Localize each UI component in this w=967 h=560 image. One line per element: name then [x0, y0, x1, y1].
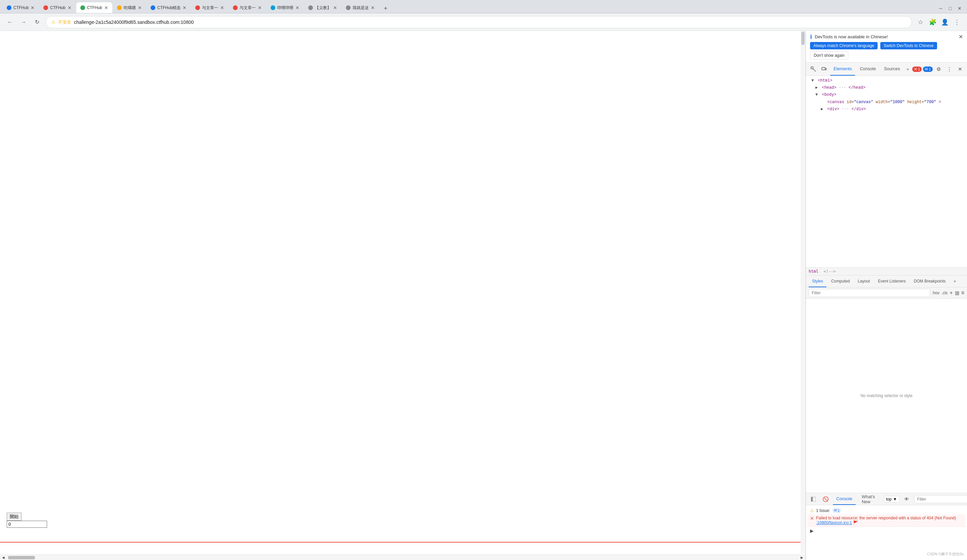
tab-close-10[interactable]: ✕ [371, 5, 375, 10]
elements-tab[interactable]: Elements [830, 63, 855, 76]
back-button[interactable]: ← [5, 18, 15, 27]
tab-close-6[interactable]: ✕ [220, 5, 224, 10]
switch-chinese-button[interactable]: Switch DevTools to Chinese [880, 42, 937, 49]
console-toolbar: 🚫 Console What's New top ▼ 👁 Default lev… [806, 493, 967, 505]
menu-icon[interactable]: ⋮ [952, 18, 962, 27]
tab-10[interactable]: 我就是这 ✕ [342, 2, 379, 13]
breadcrumb-comment[interactable]: <!--> [823, 269, 836, 274]
tree-html[interactable]: ▼ <html> [806, 77, 967, 84]
elements-panel: ▼ <html> ▶ <head> ··· </head> ▼ <body> [806, 76, 967, 493]
eye-icon[interactable]: 👁 [902, 494, 911, 504]
elements-tree[interactable]: ▼ <html> ▶ <head> ··· </head> ▼ <body> [806, 76, 967, 267]
event-listeners-tab[interactable]: Event Listeners [875, 275, 909, 287]
expand-div-arrow[interactable]: ▶ [821, 106, 825, 112]
tab-1[interactable]: CTFHub ✕ [3, 2, 39, 13]
more-options-icon[interactable]: ⋮ [945, 64, 954, 74]
breadcrumb-html[interactable]: html [809, 269, 818, 274]
tab-close-3[interactable]: ✕ [104, 5, 108, 10]
tab-6[interactable]: 与文章一 ✕ [191, 2, 228, 13]
expand-head-arrow[interactable]: ▶ [815, 85, 819, 91]
reload-button[interactable]: ↻ [32, 18, 42, 27]
favicon-8 [271, 5, 275, 10]
tab-9[interactable]: 【义教】 ✕ [304, 2, 341, 13]
issue-badge: ✉ 1 [832, 508, 841, 513]
tab-5[interactable]: CTFHub精选 ✕ [147, 2, 191, 13]
tab-2[interactable]: CTFHub ✕ [39, 2, 75, 13]
sources-tab[interactable]: Sources [881, 63, 903, 76]
tab-close-4[interactable]: ✕ [138, 5, 142, 10]
tab-close-5[interactable]: ✕ [183, 5, 186, 10]
more-tabs-button[interactable]: » [905, 66, 911, 73]
error-badge: ✕ 1 [912, 66, 922, 72]
kaishi-input[interactable] [7, 521, 47, 528]
layout-view-icon[interactable]: ⊞ [955, 290, 959, 296]
tree-head[interactable]: ▶ <head> ··· </head> [806, 84, 967, 91]
cls-label[interactable]: .cls [941, 291, 947, 295]
svg-rect-2 [822, 68, 825, 70]
styles-tab[interactable]: Styles [809, 275, 827, 287]
favicon-3 [80, 5, 85, 10]
styles-filter-input[interactable] [809, 289, 930, 297]
tab-7[interactable]: 与文章一 ✕ [229, 2, 266, 13]
console-filter-input[interactable] [914, 495, 967, 503]
tree-div[interactable]: ▶ <div> ··· </div> [806, 106, 967, 113]
svg-rect-3 [825, 68, 827, 70]
message-badge: ✉ 1 [923, 66, 932, 72]
tree-canvas[interactable]: <canvas id="canvas" width="1000" height=… [806, 99, 967, 106]
toolbar-icons: ☆ 🧩 👤 ⋮ [916, 18, 962, 27]
security-warning-icon: ⚠ [51, 20, 56, 25]
expand-html-arrow[interactable]: ▼ [811, 77, 815, 84]
extension-icon[interactable]: 🧩 [928, 18, 937, 27]
url-bar[interactable]: ⚠ 不安全 challenge-2a1c5a24000f9d65.sandbox… [46, 16, 912, 28]
add-style-icon[interactable]: + [949, 290, 952, 296]
dont-show-button[interactable]: Don't show again [810, 51, 848, 59]
console-tab[interactable]: Console [856, 63, 879, 76]
scroll-thumb-h[interactable] [8, 556, 35, 559]
profile-icon[interactable]: 👤 [940, 18, 949, 27]
console-clear-icon[interactable]: 🚫 [821, 494, 830, 504]
forward-button[interactable]: → [19, 18, 28, 27]
console-expand-button[interactable]: ▶ [807, 527, 965, 535]
tab-close-7[interactable]: ✕ [258, 5, 262, 10]
scroll-left-arrow[interactable]: ◀ [0, 555, 7, 560]
scroll-right-arrow[interactable]: ▶ [799, 555, 805, 560]
red-divider-line [0, 542, 805, 542]
bookmark-icon[interactable]: ☆ [916, 18, 925, 27]
close-devtools-button[interactable]: ✕ [955, 64, 965, 74]
console-sidebar-icon[interactable] [809, 494, 818, 504]
tab-8[interactable]: 哔哩哔哩 ✕ [267, 2, 304, 13]
favicon-4 [117, 5, 122, 10]
top-selector[interactable]: top ▼ [884, 496, 899, 502]
notification-close-button[interactable]: ✕ [959, 34, 963, 40]
tab-4[interactable]: 吃哦嗯 ✕ [113, 2, 146, 13]
close-window-button[interactable]: ✕ [955, 4, 964, 13]
vertical-scrollbar[interactable] [800, 31, 805, 553]
tab-close-2[interactable]: ✕ [68, 5, 72, 10]
computed-view-icon[interactable]: ≡ [961, 290, 964, 296]
console-tab-btn[interactable]: Console [833, 493, 856, 505]
expand-body-arrow[interactable]: ▼ [815, 92, 819, 98]
whats-new-tab-btn[interactable]: What's New [858, 493, 878, 505]
dom-breakpoints-tab[interactable]: DOM Breakpoints [911, 275, 949, 287]
maximize-button[interactable]: □ [946, 4, 955, 13]
element-picker-icon[interactable] [809, 64, 818, 74]
tree-body[interactable]: ▼ <body> [806, 91, 967, 99]
new-tab-button[interactable]: + [381, 4, 390, 13]
error-row: ✕ Failed to load resource: the server re… [807, 514, 965, 527]
computed-tab[interactable]: Computed [828, 275, 853, 287]
tab-close-1[interactable]: ✕ [31, 5, 35, 10]
settings-icon[interactable]: ⚙ [934, 64, 944, 74]
tab-close-8[interactable]: ✕ [295, 5, 299, 10]
more-styles-tabs[interactable]: » [950, 275, 960, 287]
layout-tab[interactable]: Layout [855, 275, 873, 287]
tab-close-9[interactable]: ✕ [333, 5, 337, 10]
match-language-button[interactable]: Always match Chrome's language [810, 42, 878, 49]
minimize-button[interactable]: ─ [936, 4, 946, 13]
tab-3[interactable]: CTFHub ✕ [76, 2, 112, 13]
error-link[interactable]: :10800/favicon.ico:1 [816, 520, 852, 525]
kaishi-button[interactable]: 開始 [7, 513, 21, 521]
device-toggle-icon[interactable] [819, 64, 829, 74]
url-text: challenge-2a1c5a24000f9d65.sandbox.ctfhu… [74, 20, 194, 25]
horizontal-scrollbar[interactable]: ◀ ▶ [0, 555, 805, 560]
hov-label[interactable]: :hov [932, 291, 940, 295]
